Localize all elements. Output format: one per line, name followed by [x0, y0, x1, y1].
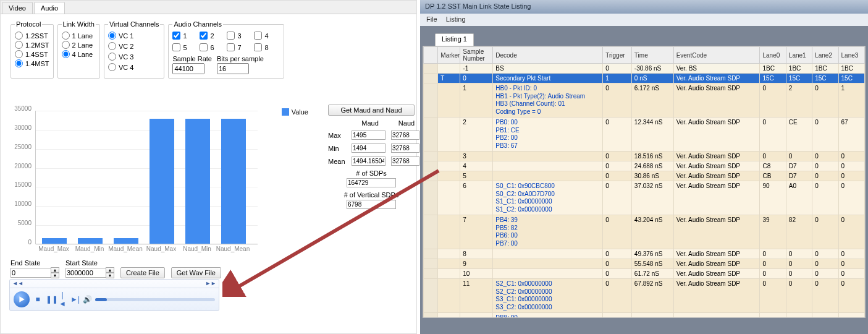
stat-naud-input[interactable] [391, 131, 419, 140]
audio-channel-check[interactable] [227, 32, 235, 40]
table-row[interactable]: 1HB0 - Pkt ID: 0 HB1 - Pkt Type(2): Audi… [424, 84, 865, 118]
bits-per-sample-input[interactable] [217, 63, 249, 74]
virtual-channel-radio[interactable] [108, 42, 116, 50]
table-row[interactable]: 7PB4: 39 PB5: 82 PB6: 00 PB7: 00043.204 … [424, 215, 865, 249]
table-row[interactable]: 8049.376 nSVer. Audio Stream SDP0000 [424, 249, 865, 259]
audio-channel-check[interactable] [200, 43, 208, 51]
protocol-radio[interactable] [15, 32, 23, 40]
audio-channel-check[interactable] [254, 43, 262, 51]
pause-icon[interactable]: ❚❚ [46, 295, 54, 304]
player-forward-icon[interactable]: ►► [205, 280, 216, 287]
virtual-channel-radio[interactable] [108, 32, 116, 40]
seek-bar[interactable] [95, 298, 215, 301]
cell [424, 181, 438, 215]
linkwidth-option[interactable]: 1 Lane [62, 32, 96, 40]
audio-channel-option[interactable]: 8 [254, 43, 280, 51]
virtual-channel-option[interactable]: VC 1 [108, 32, 161, 40]
linkwidth-radio[interactable] [62, 41, 70, 49]
next-track-icon[interactable]: ►| [70, 295, 79, 304]
vertical-sdp-count-input[interactable] [347, 200, 396, 209]
table-row[interactable]: -1BS0-30.86 nSVer. BS1BC1BC1BC1BC [424, 64, 865, 74]
end-state-input[interactable] [11, 268, 51, 278]
table-row[interactable]: 9055.548 nSVer. Audio Stream SDP0000 [424, 259, 865, 269]
stat-maud-input[interactable] [352, 156, 386, 166]
menu-file[interactable]: File [426, 15, 437, 24]
column-header[interactable] [424, 47, 438, 64]
stat-naud-input[interactable] [391, 143, 419, 153]
audio-channel-option[interactable]: 7 [227, 43, 253, 51]
start-state-up[interactable]: ▲ [106, 267, 114, 273]
audio-channel-option[interactable]: 1 [172, 32, 198, 40]
get-maud-naud-button[interactable]: Get Maud and Naud [328, 105, 415, 116]
sdp-count-input[interactable] [347, 178, 396, 187]
table-row[interactable]: 11S2_C1: 0x00000000 S2_C2: 0x00000000 S3… [424, 279, 865, 313]
virtual-channel-option[interactable]: VC 2 [108, 42, 161, 50]
cell: 0 [812, 152, 838, 161]
stop-icon[interactable]: ■ [33, 295, 42, 304]
audio-channel-check[interactable] [172, 32, 180, 40]
linkwidth-radio[interactable] [62, 32, 70, 40]
protocol-radio[interactable] [15, 41, 23, 49]
stat-maud-input[interactable] [352, 143, 386, 153]
volume-icon[interactable]: 🔊 [83, 295, 91, 304]
virtual-channel-option[interactable]: VC 3 [108, 53, 161, 61]
end-state-down[interactable]: ▼ [51, 273, 59, 278]
column-header[interactable]: Sample Number [460, 47, 493, 64]
linkwidth-option[interactable]: 2 Lane [62, 41, 96, 49]
prev-track-icon[interactable]: |◄ [58, 291, 67, 308]
audio-channel-option[interactable]: 6 [200, 43, 225, 51]
protocol-option[interactable]: 1.4MST [15, 59, 49, 67]
table-row[interactable]: 4024.688 nSVer. Audio Stream SDPC8D700 [424, 161, 865, 171]
protocol-option[interactable]: 1.2SST [15, 32, 49, 40]
protocol-option[interactable]: 1.4SST [15, 50, 49, 58]
player-rewind-icon[interactable]: ◄◄ [12, 280, 23, 287]
table-row[interactable]: T0Secondary Pkt Start10 nSVer. Audio Str… [424, 74, 865, 84]
listing-tab-1[interactable]: Listing 1 [435, 33, 474, 46]
audio-channel-check[interactable] [200, 32, 208, 40]
get-wav-file-button[interactable]: Get Wav File [171, 267, 221, 278]
audio-channel-check[interactable] [227, 43, 235, 51]
virtual-channel-radio[interactable] [108, 63, 116, 71]
linkwidth-radio[interactable] [62, 50, 70, 58]
column-header[interactable]: Time [631, 47, 673, 64]
protocol-radio[interactable] [15, 50, 23, 58]
column-header[interactable]: Lane2 [812, 47, 838, 64]
table-row[interactable]: 2PB0: 00 PB1: CE PB2: 00 PB3: 67012.344 … [424, 118, 865, 152]
audio-channel-option[interactable]: 4 [254, 32, 280, 40]
listing-grid[interactable]: MarkerSample NumberDecodeTriggerTimeEven… [423, 46, 866, 318]
audio-channel-check[interactable] [172, 43, 180, 51]
column-header[interactable]: Trigger [603, 47, 632, 64]
linkwidth-option[interactable]: 4 Lane [62, 50, 96, 58]
end-state-up[interactable]: ▲ [51, 267, 59, 273]
audio-channel-option[interactable]: 5 [172, 43, 198, 51]
table-row[interactable]: PB8: 00 [424, 313, 865, 319]
table-row[interactable]: 5030.86 nSVer. Audio Stream SDPCBD700 [424, 171, 865, 181]
audio-channel-option[interactable]: 3 [227, 32, 253, 40]
table-row[interactable]: 3018.516 nSVer. Audio Stream SDP0000 [424, 152, 865, 161]
table-row[interactable]: 10061.72 nSVer. Audio Stream SDP0000 [424, 269, 865, 279]
column-header[interactable]: EventCode [673, 47, 760, 64]
start-state-input[interactable] [65, 268, 106, 278]
sample-rate-input[interactable] [172, 63, 204, 74]
column-header[interactable]: Decode [493, 47, 603, 64]
stat-naud-input[interactable] [391, 156, 419, 166]
tab-video[interactable]: Video [2, 2, 33, 14]
menu-listing[interactable]: Listing [446, 15, 466, 24]
virtual-channel-radio[interactable] [108, 53, 116, 61]
column-header[interactable]: Lane1 [786, 47, 812, 64]
column-header[interactable]: Marker [438, 47, 460, 64]
table-row[interactable]: 6S0_C1: 0x90CBC800 S0_C2: 0xA0D7D700 S1_… [424, 181, 865, 215]
play-button[interactable] [14, 291, 30, 307]
create-file-button[interactable]: Create File [120, 267, 165, 278]
virtual-channel-option[interactable]: VC 4 [108, 63, 161, 71]
start-state-down[interactable]: ▼ [106, 273, 114, 278]
media-player: ◄◄►► ■ ❚❚ |◄ ►| 🔊 [9, 279, 219, 311]
audio-channel-option[interactable]: 2 [200, 32, 225, 40]
column-header[interactable]: Lane3 [838, 47, 864, 64]
stat-maud-input[interactable] [352, 131, 386, 140]
audio-channel-check[interactable] [254, 32, 262, 40]
protocol-option[interactable]: 1.2MST [15, 41, 49, 49]
protocol-radio[interactable] [15, 59, 23, 67]
tab-audio[interactable]: Audio [34, 2, 65, 14]
column-header[interactable]: Lane0 [760, 47, 786, 64]
